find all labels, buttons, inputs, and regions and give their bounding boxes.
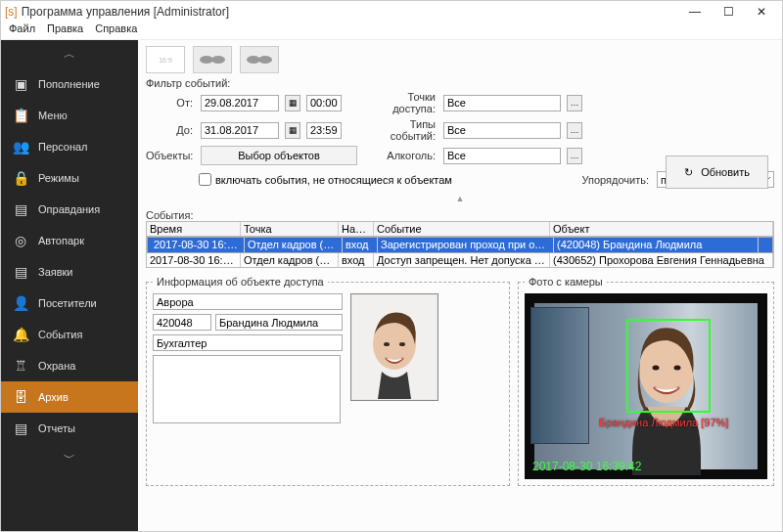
menu-help[interactable]: Справка (95, 22, 137, 39)
svg-point-3 (258, 56, 272, 64)
sidebar-item-label: Охрана (38, 360, 75, 372)
svg-point-7 (399, 342, 405, 346)
maximize-button[interactable]: ☐ (712, 1, 745, 22)
sidebar-item-label: Отчеты (38, 422, 75, 434)
info-position[interactable] (153, 334, 343, 351)
minimize-button[interactable]: — (678, 1, 712, 22)
camera-title: Фото с камеры (525, 276, 607, 288)
include-unrelated-checkbox[interactable]: включать события, не относящиеся к объек… (199, 173, 452, 186)
from-label: От: (146, 97, 195, 109)
id-photo (350, 293, 438, 401)
note-icon: ▤ (13, 264, 28, 280)
to-date-picker-icon[interactable]: ▦ (285, 122, 300, 139)
update-button-label: Обновить (701, 166, 750, 178)
bell-icon: 🔔 (13, 327, 28, 342)
sidebar-item-personnel[interactable]: 👥Персонал (1, 131, 138, 162)
svg-point-0 (200, 56, 213, 64)
table-row[interactable]: 2017-08-30 16:39:43 Отдел кадров (14) вх… (147, 253, 773, 267)
from-date-picker-icon[interactable]: ▦ (285, 95, 300, 111)
col-time[interactable]: Время (147, 222, 241, 236)
sidebar-item-autopark[interactable]: ◎Автопарк (1, 225, 138, 256)
report-icon: ▤ (13, 421, 28, 436)
camera-view: Брандина Людмила [97%] 2017-08-30 16:39:… (525, 293, 767, 479)
view-thumb-1[interactable]: 16:9 (146, 46, 185, 73)
col-event[interactable]: Событие (374, 222, 550, 236)
doc-icon: ▤ (13, 201, 28, 217)
access-points-input[interactable] (443, 95, 561, 111)
info-notes[interactable] (153, 355, 341, 423)
sidebar-item-archive[interactable]: 🗄Архив (1, 381, 138, 413)
table-row[interactable]: 2017-08-30 16:39:42 Отдел кадров (14) вх… (147, 237, 773, 253)
to-date-input[interactable] (201, 122, 279, 139)
update-button[interactable]: ↻ Обновить (666, 155, 768, 189)
card-icon: ▣ (13, 76, 28, 92)
sidebar-scroll-up[interactable]: ︿ (1, 40, 138, 68)
alcohol-label: Алкоголь: (369, 150, 438, 161)
window-title: Программа управления [Administrator] (22, 5, 678, 19)
to-time-input[interactable] (306, 122, 342, 139)
sidebar-item-label: Посетители (38, 297, 97, 309)
menu-edit[interactable]: Правка (47, 22, 83, 39)
menu-file[interactable]: Файл (9, 22, 35, 39)
clipboard-icon: 📋 (13, 108, 28, 123)
sidebar-item-label: Автопарк (38, 235, 84, 246)
alcohol-input[interactable] (443, 148, 561, 164)
view-thumb-2[interactable] (193, 46, 232, 73)
info-id[interactable] (153, 314, 211, 331)
sidebar-item-label: Режимы (38, 172, 79, 184)
sidebar-item-label: Персонал (38, 141, 88, 153)
sidebar-item-topup[interactable]: ▣Пополнение (1, 68, 138, 100)
shield-icon: ♖ (13, 358, 28, 374)
close-button[interactable]: ✕ (745, 1, 778, 22)
sidebar-item-label: Оправдания (38, 203, 100, 215)
sidebar: ︿ ▣Пополнение 📋Меню 👥Персонал 🔒Режимы ▤О… (1, 40, 138, 531)
choose-objects-button[interactable]: Выбор объектов (201, 146, 357, 165)
col-dir[interactable]: Напр. (339, 222, 374, 236)
sidebar-item-label: Пополнение (38, 78, 100, 90)
sidebar-item-menu[interactable]: 📋Меню (1, 100, 138, 131)
event-types-label: Типы событий: (369, 118, 438, 142)
svg-point-1 (211, 56, 225, 64)
titlebar: [s] Программа управления [Administrator]… (1, 1, 782, 22)
event-types-input[interactable] (443, 122, 561, 139)
col-object[interactable]: Объект (550, 222, 773, 236)
svg-point-6 (384, 342, 390, 346)
col-point[interactable]: Точка (241, 222, 339, 236)
lock-icon: 🔒 (13, 170, 28, 186)
archive-icon: 🗄 (13, 389, 28, 405)
menubar: Файл Правка Справка (1, 22, 782, 40)
info-company[interactable] (153, 293, 343, 310)
sidebar-item-label: Заявки (38, 266, 73, 278)
people-icon: 👥 (13, 139, 28, 155)
to-label: До: (146, 124, 195, 136)
sidebar-item-reports[interactable]: ▤Отчеты (1, 413, 138, 444)
sidebar-item-events[interactable]: 🔔События (1, 319, 138, 350)
include-unrelated-input[interactable] (199, 173, 211, 186)
from-time-input[interactable] (306, 95, 342, 111)
events-title: События: (146, 209, 774, 221)
info-name[interactable] (215, 314, 343, 331)
sidebar-item-security[interactable]: ♖Охрана (1, 350, 138, 381)
sidebar-item-excuses[interactable]: ▤Оправдания (1, 194, 138, 225)
sidebar-scroll-down[interactable]: ﹀ (1, 444, 138, 472)
access-points-picker-icon[interactable]: … (567, 95, 582, 111)
badge-icon: 👤 (13, 295, 28, 311)
from-date-input[interactable] (201, 95, 279, 111)
face-detection-box (626, 319, 711, 413)
sidebar-item-visitors[interactable]: 👤Посетители (1, 288, 138, 319)
info-title: Информация об объекте доступа (153, 276, 328, 288)
alcohol-picker-icon[interactable]: … (567, 148, 582, 164)
include-unrelated-label: включать события, не относящиеся к объек… (215, 174, 452, 186)
splitter-handle[interactable]: ▲ (146, 194, 774, 203)
view-thumb-3[interactable] (240, 46, 279, 73)
access-points-label: Точки доступа: (369, 91, 438, 114)
sidebar-item-label: События (38, 329, 82, 340)
sidebar-item-modes[interactable]: 🔒Режимы (1, 162, 138, 194)
target-icon: ◎ (13, 233, 28, 248)
camera-overlay-time: 2017-08-30 16:39:42 (532, 460, 641, 473)
refresh-icon: ↻ (684, 166, 693, 179)
sidebar-item-requests[interactable]: ▤Заявки (1, 256, 138, 288)
events-table: Время Точка Напр. Событие Объект 2017-08… (146, 221, 774, 268)
sidebar-item-label: Меню (38, 110, 68, 121)
event-types-picker-icon[interactable]: … (567, 122, 582, 139)
